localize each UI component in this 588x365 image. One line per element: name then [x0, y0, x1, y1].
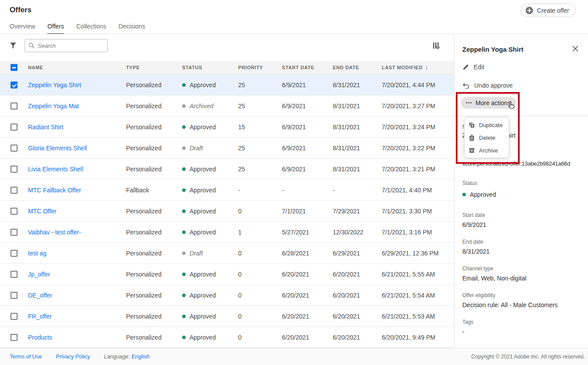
select-all-checkbox[interactable] — [11, 64, 18, 71]
table-row[interactable]: Jp_offerPersonalizedApproved06/20/20216/… — [0, 264, 454, 285]
offer-priority-cell: 0 — [238, 201, 242, 221]
row-checkbox[interactable] — [11, 292, 18, 299]
create-offer-button[interactable]: Create offer — [521, 4, 576, 17]
offer-eligibility-label: Offer eligibility — [462, 292, 495, 298]
offer-name-link[interactable]: Zeppelin Yoga Shirt — [28, 82, 81, 89]
column-header-start-date[interactable]: START DATE — [282, 61, 314, 74]
table-row[interactable]: ProductsPersonalizedApproved06/20/20216/… — [0, 327, 454, 348]
table-row[interactable]: Zeppelin Yoga MatPersonalizedArchived256… — [0, 96, 454, 117]
privacy-policy-link[interactable]: Privacy Policy — [56, 354, 90, 360]
row-checkbox[interactable] — [11, 334, 18, 341]
undo-approve-button[interactable]: Undo approve — [462, 82, 513, 89]
tab-collections[interactable]: Collections — [76, 23, 106, 34]
row-checkbox[interactable] — [11, 271, 18, 278]
menu-item-delete[interactable]: Delete — [465, 131, 509, 144]
menu-item-archive[interactable]: Archive — [465, 144, 509, 157]
sort-descending-icon: ↓ — [425, 64, 428, 71]
offer-last-modified-cell: 7/20/2021, 3:22 PM — [382, 138, 435, 158]
offer-name-link[interactable]: Jp_offer — [28, 271, 50, 278]
offer-name-link[interactable]: Livia Elements Shell — [28, 166, 83, 173]
table-row[interactable]: Gloria Elements ShellPersonalizedDraft25… — [0, 138, 454, 159]
offer-name-link[interactable]: Gloria Elements Shell — [28, 145, 87, 152]
tab-overview[interactable]: Overview — [10, 23, 35, 34]
table-row[interactable]: Zeppelin Yoga ShirtPersonalizedApproved2… — [0, 74, 454, 96]
row-checkbox[interactable] — [11, 313, 18, 320]
offer-start-date-cell: 6/9/2021 — [282, 138, 306, 158]
close-icon[interactable] — [572, 45, 580, 53]
offer-name-link[interactable]: Radiant Shirt — [28, 124, 63, 131]
edit-label: Edit — [474, 64, 484, 71]
row-checkbox[interactable] — [11, 250, 18, 257]
row-checkbox[interactable] — [11, 208, 18, 215]
offer-end-date-cell: 6/29/2021 — [333, 243, 360, 263]
edit-button[interactable]: Edit — [462, 64, 484, 71]
table-row[interactable]: DE_offerPersonalizedApproved06/20/20216/… — [0, 285, 454, 306]
offer-name-link[interactable]: DE_offer — [28, 292, 52, 299]
offer-name-cell: Radiant Shirt — [28, 117, 63, 137]
table-row[interactable]: Livia Elements ShellPersonalizedApproved… — [0, 159, 454, 180]
copyright-text: Copyright © 2021 Adobe Inc. All rights r… — [471, 354, 585, 360]
more-actions-button[interactable]: ••• More actions — [461, 97, 516, 109]
offer-name-link[interactable]: MTC Offer — [28, 208, 56, 215]
filter-icon[interactable] — [10, 42, 17, 49]
column-settings-icon[interactable] — [432, 42, 440, 50]
more-actions-label: More actions — [475, 99, 511, 106]
column-header-priority[interactable]: PRIORITY — [238, 61, 263, 74]
row-checkbox[interactable] — [11, 82, 18, 89]
offer-name-link[interactable]: Zeppelin Yoga Mat — [28, 103, 79, 110]
offer-start-date-cell: 6/20/2021 — [282, 306, 309, 326]
table-row[interactable]: Radiant ShirtPersonalizedApproved156/9/2… — [0, 117, 454, 138]
row-checkbox[interactable] — [11, 229, 18, 236]
offer-id-value: xcore:personalized-offer:13abe2b98241a66… — [462, 160, 570, 167]
column-header-end-date[interactable]: END DATE — [333, 61, 359, 74]
row-checkbox[interactable] — [11, 103, 18, 110]
offer-name-link[interactable]: test ag — [28, 250, 46, 257]
offer-status-cell: Approved — [182, 285, 216, 305]
menu-item-duplicate[interactable]: Duplicate — [465, 119, 509, 131]
offer-name-link[interactable]: MTC Fallback Offer — [28, 187, 81, 194]
offer-last-modified-cell: 7/20/2021, 4:44 PM — [382, 74, 435, 95]
search-input[interactable] — [38, 43, 116, 49]
offer-priority-cell: - — [238, 180, 240, 200]
terms-of-use-link[interactable]: Terms of Use — [10, 354, 42, 360]
offer-last-modified-cell: 7/20/2021, 3:24 PM — [382, 117, 435, 137]
offer-type-cell: Personalized — [126, 201, 162, 221]
row-checkbox-cell — [11, 327, 18, 347]
row-checkbox-cell — [11, 243, 18, 263]
offer-start-date-cell: 6/20/2021 — [282, 285, 309, 305]
offer-name-link[interactable]: Vaibhav - test offer- — [28, 229, 81, 236]
offer-type-cell: Personalized — [126, 222, 162, 242]
tab-offers[interactable]: Offers — [47, 23, 64, 34]
table-row[interactable]: MTC Fallback OfferFallbackApproved---7/1… — [0, 180, 454, 201]
offer-eligibility-value: Decision rule: All - Male Customers — [462, 301, 558, 308]
column-header-name[interactable]: NAME — [28, 61, 43, 74]
page-title: Offers — [10, 6, 32, 14]
offer-name-link[interactable]: Products — [28, 334, 52, 341]
column-header-last-modified[interactable]: LAST MODIFIED↓ — [382, 61, 428, 74]
table-row[interactable]: MTC OfferPersonalizedApproved07/1/20217/… — [0, 201, 454, 222]
offer-name-cell: DE_offer — [28, 285, 52, 305]
tab-decisions[interactable]: Decisions — [119, 23, 145, 34]
language-selector: Language: English — [104, 354, 149, 360]
table-row[interactable]: Vaibhav - test offer-PersonalizedApprove… — [0, 222, 454, 243]
offer-last-modified-cell: 7/1/2021, 4:40 PM — [382, 180, 432, 200]
column-header-status[interactable]: STATUS — [182, 61, 202, 74]
row-checkbox-cell — [11, 306, 18, 326]
trash-icon — [468, 135, 475, 141]
row-checkbox[interactable] — [11, 145, 18, 152]
offer-priority-cell: 0 — [238, 243, 242, 263]
row-checkbox[interactable] — [11, 166, 18, 173]
column-header-type[interactable]: TYPE — [126, 61, 140, 74]
status-dot-icon — [182, 315, 186, 318]
table-row[interactable]: FR_offerPersonalizedApproved06/20/20216/… — [0, 306, 454, 327]
language-value-link[interactable]: English — [132, 354, 150, 360]
offer-name-link[interactable]: FR_offer — [28, 313, 52, 320]
row-checkbox-cell — [11, 138, 18, 158]
row-checkbox[interactable] — [11, 124, 18, 131]
undo-icon — [462, 82, 470, 89]
table-row[interactable]: test agPersonalizedDraft06/28/20216/29/2… — [0, 243, 454, 264]
offer-start-date-cell: 6/9/2021 — [282, 96, 306, 116]
panel-divider — [454, 116, 588, 116]
panel-title: Zeppelin Yoga Shirt — [462, 46, 523, 53]
row-checkbox[interactable] — [11, 187, 18, 194]
